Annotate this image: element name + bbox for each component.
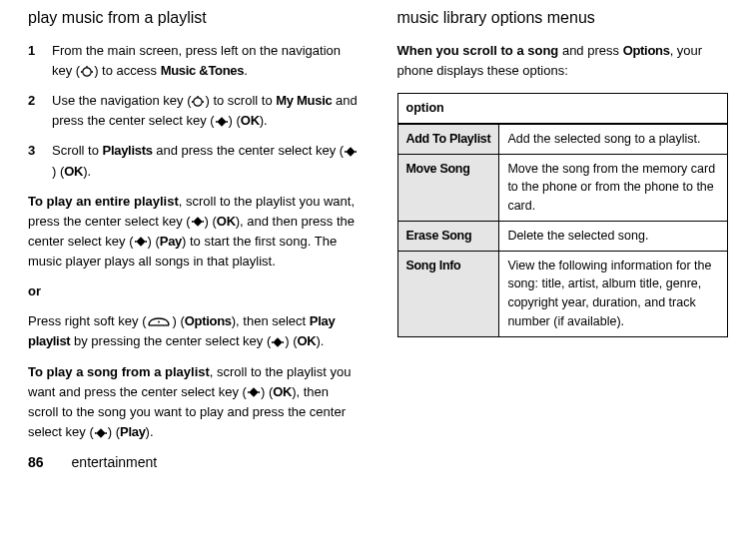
left-column: play music from a playlist 1 From the ma… [28,6,360,474]
text: ) to scroll to [205,93,276,108]
step-body: From the main screen, press left on the … [52,41,360,81]
option-name: Song Info [397,251,499,336]
playlists-label: Playlists [103,143,153,158]
svg-point-15 [191,221,193,223]
svg-point-16 [202,221,204,223]
soft-key-icon [146,315,172,329]
play-label: Play [120,424,146,439]
select-key-icon [94,426,108,440]
play-playlist-heading: play music from a playlist [28,6,360,31]
table-row: Add To Playlist Add the selected song to… [397,124,728,154]
svg-point-10 [226,121,228,123]
text: ) ( [285,333,297,348]
pay-label: Pay [160,234,182,249]
text: Press right soft key ( [28,313,146,328]
lead: When you scroll to a song [397,43,559,58]
ok-label: OK [241,113,260,128]
play-song-from-playlist-para: To play a song from a playlist, scroll t… [28,362,360,443]
table-row: Song Info View the following information… [397,251,728,336]
nav-key-icon [191,95,205,109]
step-body: Scroll to Playlists and press the center… [52,141,360,181]
text: ) ( [148,234,160,249]
text: ) to access [94,63,160,78]
text: ) ( [261,384,273,399]
lead: To play an entire playlist [28,194,179,209]
step-number: 3 [28,141,52,181]
svg-marker-14 [193,218,202,227]
options-label: Options [623,43,670,58]
page-footer: 86 entertainment [28,452,360,474]
step-1: 1 From the main screen, press left on th… [28,41,360,81]
option-desc: View the following information for the s… [499,251,728,336]
text: ) ( [52,164,64,179]
text: and press [558,43,622,58]
text: by pressing the center select key ( [70,333,271,348]
ok-label: OK [217,214,236,229]
svg-point-9 [215,121,217,123]
svg-point-18 [134,242,136,244]
svg-point-30 [105,432,107,434]
select-key-icon [271,335,285,349]
text: ), then select [232,313,310,328]
text: ). [146,424,154,439]
text: Use the navigation key ( [52,93,191,108]
svg-point-4 [194,97,202,105]
svg-marker-11 [346,147,355,156]
svg-marker-28 [96,428,105,437]
step-3: 3 Scroll to Playlists and press the cent… [28,141,360,181]
page-number: 86 [28,452,44,474]
my-music-label: My Music [276,93,332,108]
select-key-icon [215,115,229,129]
category-label: entertainment [72,452,158,474]
svg-point-26 [248,391,250,393]
select-key-icon [134,235,148,249]
lead: To play a song from a playlist [28,364,210,379]
text: and press the center select key ( [153,143,344,158]
ok-label: OK [64,164,83,179]
svg-marker-25 [249,388,258,397]
step-number: 1 [28,41,52,81]
text: ) ( [108,424,120,439]
option-desc: Delete the selected song. [499,221,728,251]
intro-para: When you scroll to a song and press Opti… [397,41,729,81]
options-menus-heading: music library options menus [397,6,729,31]
svg-point-5 [192,101,194,103]
svg-marker-17 [136,238,145,247]
ok-label: OK [273,384,292,399]
music-tones-label: Music &Tones [161,63,245,78]
svg-point-23 [272,341,274,343]
svg-point-0 [83,67,91,75]
step-body: Use the navigation key () to scroll to M… [52,91,360,131]
table-header-row: option [397,94,728,124]
right-column: music library options menus When you scr… [397,6,729,474]
svg-point-2 [91,71,93,73]
option-desc: Move the song from the memory card to th… [499,154,728,221]
text: ). [260,113,268,128]
step-number: 2 [28,91,52,131]
text: . [244,63,248,78]
svg-marker-22 [274,337,283,346]
option-name: Move Song [397,154,499,221]
options-table: option Add To Playlist Add the selected … [397,93,729,337]
svg-point-27 [258,391,260,393]
options-label: Options [185,313,232,328]
select-key-icon [247,385,261,399]
text: ) ( [229,113,241,128]
option-name: Add To Playlist [397,124,499,154]
svg-point-3 [86,65,88,67]
play-entire-playlist-para: To play an entire playlist, scroll to th… [28,192,360,272]
option-name: Erase Song [397,221,499,251]
table-row: Move Song Move the song from the memory … [397,154,728,221]
table-row: Erase Song Delete the selected song. [397,221,728,251]
text: ) ( [205,214,217,229]
svg-point-1 [81,71,83,73]
text: ). [83,164,91,179]
right-softkey-para: Press right soft key () (Options), then … [28,311,360,351]
select-key-icon [191,215,205,229]
svg-marker-8 [217,117,226,126]
text: Scroll to [52,143,103,158]
svg-point-13 [355,151,357,153]
svg-point-19 [145,242,147,244]
svg-point-12 [345,151,347,153]
nav-key-icon [80,65,94,79]
